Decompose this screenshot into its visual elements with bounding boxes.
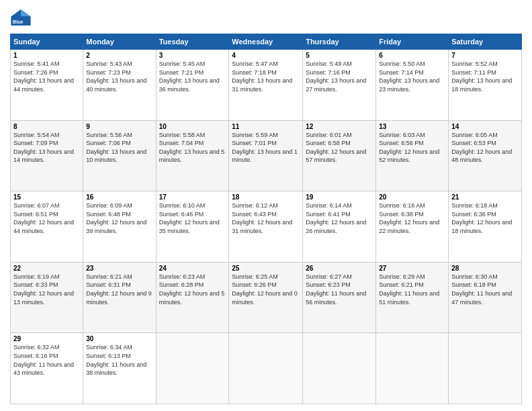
calendar-cell: 23 Sunrise: 6:21 AMSunset: 6:31 PMDaylig…: [83, 262, 156, 333]
calendar-cell: 27 Sunrise: 6:29 AMSunset: 6:21 PMDaylig…: [376, 262, 449, 333]
calendar-cell: 18 Sunrise: 6:12 AMSunset: 6:43 PMDaylig…: [229, 191, 303, 263]
day-info: Sunrise: 5:52 AMSunset: 7:11 PMDaylight:…: [451, 60, 519, 93]
day-info: Sunrise: 6:19 AMSunset: 6:33 PMDaylight:…: [13, 273, 80, 306]
calendar-cell: 17 Sunrise: 6:10 AMSunset: 6:46 PMDaylig…: [156, 191, 229, 263]
calendar-cell: [229, 333, 303, 404]
calendar-cell: 24 Sunrise: 6:23 AMSunset: 6:28 PMDaylig…: [156, 262, 229, 333]
calendar-cell: 8 Sunrise: 5:54 AMSunset: 7:09 PMDayligh…: [11, 120, 83, 191]
column-header-wednesday: Wednesday: [229, 34, 303, 50]
calendar-cell: 11 Sunrise: 5:59 AMSunset: 7:01 PMDaylig…: [229, 120, 303, 191]
calendar-cell: 2 Sunrise: 5:43 AMSunset: 7:23 PMDayligh…: [83, 50, 156, 121]
day-number: 12: [306, 123, 373, 130]
day-info: Sunrise: 5:47 AMSunset: 7:18 PMDaylight:…: [232, 60, 300, 93]
day-info: Sunrise: 6:14 AMSunset: 6:41 PMDaylight:…: [306, 201, 373, 235]
day-number: 17: [159, 193, 226, 201]
day-info: Sunrise: 6:18 AMSunset: 6:36 PMDaylight:…: [451, 201, 519, 235]
week-row-2: 8 Sunrise: 5:54 AMSunset: 7:09 PMDayligh…: [11, 120, 522, 191]
day-info: Sunrise: 6:10 AMSunset: 6:46 PMDaylight:…: [159, 201, 226, 235]
calendar-cell: 4 Sunrise: 5:47 AMSunset: 7:18 PMDayligh…: [229, 50, 303, 121]
page: Blue SundayMondayTuesdayWednesdayThursda…: [0, 0, 532, 411]
calendar-cell: 22 Sunrise: 6:19 AMSunset: 6:33 PMDaylig…: [11, 262, 83, 333]
day-number: 11: [232, 123, 300, 130]
day-info: Sunrise: 6:21 AMSunset: 6:31 PMDaylight:…: [86, 273, 152, 306]
day-number: 4: [232, 52, 300, 59]
calendar-cell: 1 Sunrise: 5:41 AMSunset: 7:26 PMDayligh…: [11, 50, 83, 121]
day-number: 28: [451, 265, 519, 272]
day-info: Sunrise: 6:29 AMSunset: 6:21 PMDaylight:…: [379, 273, 445, 306]
day-info: Sunrise: 5:49 AMSunset: 7:16 PMDaylight:…: [306, 60, 373, 93]
day-info: Sunrise: 6:30 AMSunset: 6:18 PMDaylight:…: [451, 273, 519, 306]
calendar-cell: 20 Sunrise: 6:16 AMSunset: 6:38 PMDaylig…: [376, 191, 449, 263]
day-info: Sunrise: 5:54 AMSunset: 7:09 PMDaylight:…: [13, 131, 80, 165]
calendar-cell: 7 Sunrise: 5:52 AMSunset: 7:11 PMDayligh…: [449, 50, 522, 121]
day-number: 30: [86, 335, 152, 342]
day-info: Sunrise: 6:32 AMSunset: 6:16 PMDaylight:…: [13, 343, 80, 377]
day-number: 13: [379, 123, 445, 130]
day-info: Sunrise: 6:01 AMSunset: 6:58 PMDaylight:…: [306, 131, 373, 165]
day-number: 24: [159, 265, 226, 272]
day-number: 1: [13, 52, 80, 59]
week-row-5: 29 Sunrise: 6:32 AMSunset: 6:16 PMDaylig…: [11, 333, 522, 404]
day-number: 2: [86, 52, 152, 59]
day-number: 22: [13, 265, 80, 272]
calendar-cell: 25 Sunrise: 6:25 AMSunset: 6:26 PMDaylig…: [229, 262, 303, 333]
calendar-cell: [376, 333, 449, 404]
day-number: 29: [13, 335, 80, 342]
day-number: 14: [451, 123, 519, 130]
day-info: Sunrise: 6:09 AMSunset: 6:48 PMDaylight:…: [86, 201, 152, 235]
calendar-cell: 21 Sunrise: 6:18 AMSunset: 6:36 PMDaylig…: [449, 191, 522, 263]
header: Blue: [10, 7, 522, 28]
column-header-sunday: Sunday: [11, 34, 83, 50]
calendar-header-row: SundayMondayTuesdayWednesdayThursdayFrid…: [11, 34, 522, 50]
day-info: Sunrise: 5:45 AMSunset: 7:21 PMDaylight:…: [159, 60, 226, 93]
day-number: 18: [232, 193, 300, 201]
calendar-cell: 30 Sunrise: 6:34 AMSunset: 6:13 PMDaylig…: [83, 333, 156, 404]
calendar-cell: 16 Sunrise: 6:09 AMSunset: 6:48 PMDaylig…: [83, 191, 156, 263]
logo-icon: Blue: [10, 7, 32, 28]
calendar-cell: 14 Sunrise: 6:05 AMSunset: 6:53 PMDaylig…: [449, 120, 522, 191]
column-header-thursday: Thursday: [303, 34, 376, 50]
day-info: Sunrise: 5:50 AMSunset: 7:14 PMDaylight:…: [379, 60, 445, 93]
day-number: 27: [379, 265, 445, 272]
day-info: Sunrise: 6:23 AMSunset: 6:28 PMDaylight:…: [159, 273, 226, 306]
column-header-friday: Friday: [376, 34, 449, 50]
week-row-3: 15 Sunrise: 6:07 AMSunset: 6:51 PMDaylig…: [11, 191, 522, 263]
day-number: 21: [451, 193, 519, 201]
svg-marker-1: [21, 9, 30, 16]
day-info: Sunrise: 6:34 AMSunset: 6:13 PMDaylight:…: [86, 343, 152, 377]
calendar-cell: 28 Sunrise: 6:30 AMSunset: 6:18 PMDaylig…: [449, 262, 522, 333]
calendar-cell: 13 Sunrise: 6:03 AMSunset: 6:56 PMDaylig…: [376, 120, 449, 191]
column-header-monday: Monday: [83, 34, 156, 50]
day-info: Sunrise: 5:58 AMSunset: 7:04 PMDaylight:…: [159, 131, 226, 165]
week-row-1: 1 Sunrise: 5:41 AMSunset: 7:26 PMDayligh…: [11, 50, 522, 121]
day-number: 3: [159, 52, 226, 59]
calendar-cell: 5 Sunrise: 5:49 AMSunset: 7:16 PMDayligh…: [303, 50, 376, 121]
day-info: Sunrise: 6:03 AMSunset: 6:56 PMDaylight:…: [379, 131, 445, 165]
calendar-cell: 15 Sunrise: 6:07 AMSunset: 6:51 PMDaylig…: [11, 191, 83, 263]
day-info: Sunrise: 6:27 AMSunset: 6:23 PMDaylight:…: [306, 273, 373, 306]
day-number: 26: [306, 265, 373, 272]
day-info: Sunrise: 5:43 AMSunset: 7:23 PMDaylight:…: [86, 60, 152, 93]
day-number: 7: [451, 52, 519, 59]
day-number: 8: [13, 123, 80, 130]
day-info: Sunrise: 6:25 AMSunset: 6:26 PMDaylight:…: [232, 273, 300, 306]
day-number: 25: [232, 265, 300, 272]
day-number: 19: [306, 193, 373, 201]
calendar-cell: 9 Sunrise: 5:56 AMSunset: 7:06 PMDayligh…: [83, 120, 156, 191]
day-number: 16: [86, 193, 152, 201]
day-number: 23: [86, 265, 152, 272]
calendar-cell: [449, 333, 522, 404]
calendar-cell: 12 Sunrise: 6:01 AMSunset: 6:58 PMDaylig…: [303, 120, 376, 191]
day-number: 9: [86, 123, 152, 130]
day-number: 5: [306, 52, 373, 59]
calendar-cell: 6 Sunrise: 5:50 AMSunset: 7:14 PMDayligh…: [376, 50, 449, 121]
week-row-4: 22 Sunrise: 6:19 AMSunset: 6:33 PMDaylig…: [11, 262, 522, 333]
calendar-cell: 3 Sunrise: 5:45 AMSunset: 7:21 PMDayligh…: [156, 50, 229, 121]
day-info: Sunrise: 6:16 AMSunset: 6:38 PMDaylight:…: [379, 201, 445, 235]
day-number: 15: [13, 193, 80, 201]
day-info: Sunrise: 6:05 AMSunset: 6:53 PMDaylight:…: [451, 131, 519, 165]
column-header-saturday: Saturday: [449, 34, 522, 50]
svg-text:Blue: Blue: [13, 19, 24, 25]
day-number: 20: [379, 193, 445, 201]
calendar-cell: 10 Sunrise: 5:58 AMSunset: 7:04 PMDaylig…: [156, 120, 229, 191]
